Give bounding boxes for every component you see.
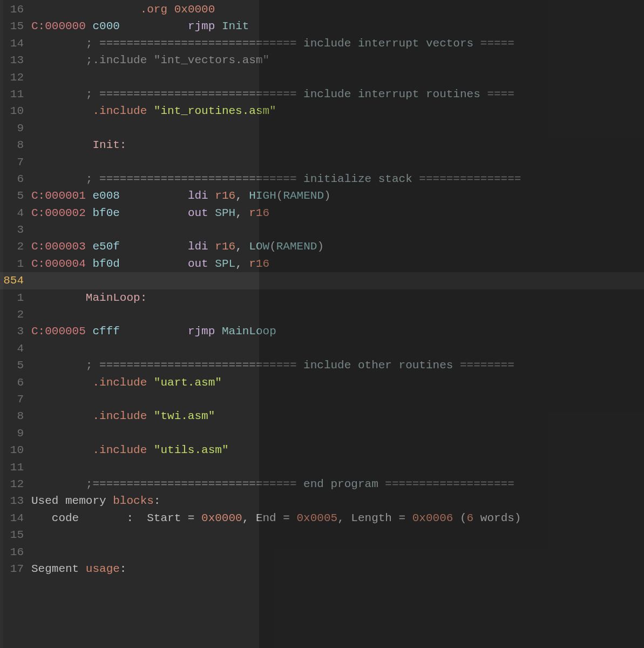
code-line[interactable]: 6 ; ============================= initia… <box>0 171 644 187</box>
code-content[interactable] <box>31 391 644 408</box>
token-plain <box>120 207 188 219</box>
code-content[interactable]: .org 0x0000 <box>31 1 644 18</box>
code-content[interactable] <box>31 221 644 238</box>
code-content[interactable] <box>31 340 644 357</box>
code-line[interactable]: 16 <box>0 544 644 561</box>
code-line[interactable]: 2C:000003 e50f ldi r16, LOW(RAMEND) <box>0 238 644 255</box>
code-content[interactable]: ; ============================= initiali… <box>31 171 644 187</box>
token-plain <box>208 190 215 202</box>
code-content[interactable]: ; ============================= include … <box>31 35 644 52</box>
code-content[interactable] <box>31 306 644 323</box>
line-number: 12 <box>0 476 31 492</box>
code-line[interactable]: 2 <box>0 306 644 323</box>
token-ident: SPH <box>215 207 235 219</box>
token-plain: : <box>154 495 161 507</box>
code-line[interactable]: 13Used memory blocks: <box>0 492 644 509</box>
token-plain <box>215 325 222 338</box>
code-line[interactable]: 14 code : Start = 0x0000, End = 0x0005, … <box>0 510 644 526</box>
code-content[interactable]: C:000005 cfff rjmp MainLoop <box>31 323 644 340</box>
token-str: "twi.asm" <box>154 410 215 422</box>
code-line[interactable]: 6 .include "uart.asm" <box>0 374 644 391</box>
code-content[interactable]: code : Start = 0x0000, End = 0x0005, Len… <box>31 510 644 526</box>
code-content[interactable] <box>31 425 644 442</box>
token-num: 0x0005 <box>297 512 338 524</box>
token-hex: bf0d <box>92 258 119 270</box>
code-line[interactable]: 17Segment usage: <box>0 561 644 577</box>
code-content[interactable]: ; ============================= include … <box>31 357 644 374</box>
token-plain <box>453 359 460 372</box>
code-editor[interactable]: 16 .org 0x000015C:000000 c000 rjmp Init1… <box>0 0 644 648</box>
code-line[interactable]: 14 ; ============================= inclu… <box>0 35 644 52</box>
code-line[interactable]: 12 <box>0 69 644 86</box>
code-content[interactable]: C:000004 bf0d out SPL, r16 <box>31 255 644 272</box>
token-plain <box>31 410 92 422</box>
code-line[interactable]: 1C:000004 bf0d out SPL, r16 <box>0 255 644 272</box>
code-line[interactable]: 16 .org 0x0000 <box>0 1 644 18</box>
code-content[interactable]: ;============================== end prog… <box>31 476 644 492</box>
code-line[interactable]: 10 .include "int_routines.asm" <box>0 103 644 119</box>
token-plain <box>86 207 93 219</box>
code-content[interactable] <box>31 120 644 137</box>
token-plain <box>120 190 188 202</box>
token-cmt: ; ============================= <box>86 173 297 185</box>
code-line[interactable]: 11 ; ============================= inclu… <box>0 86 644 103</box>
code-content[interactable] <box>31 526 644 543</box>
code-line[interactable]: 11 <box>0 459 644 476</box>
code-content[interactable]: C:000003 e50f ldi r16, LOW(RAMEND) <box>31 238 644 255</box>
token-addr: C:000003 <box>31 240 86 253</box>
code-line[interactable]: 3 <box>0 221 644 238</box>
token-plain <box>31 54 86 66</box>
code-line[interactable]: 7 <box>0 154 644 171</box>
token-mnem: out <box>188 258 208 270</box>
code-content[interactable]: Init: <box>31 137 644 153</box>
code-content[interactable] <box>31 459 644 476</box>
token-punct: ( <box>269 240 276 253</box>
code-line[interactable]: 1 MainLoop: <box>0 289 644 306</box>
line-number: 854 <box>0 272 31 289</box>
code-content[interactable]: C:000000 c000 rjmp Init <box>31 18 644 35</box>
token-cmttxt: end program <box>303 478 378 490</box>
code-content[interactable] <box>31 272 644 289</box>
code-content[interactable]: ;.include "int_vectors.asm" <box>31 52 644 69</box>
code-line[interactable]: 13 ;.include "int_vectors.asm" <box>0 52 644 69</box>
line-number: 1 <box>0 255 31 272</box>
code-content[interactable] <box>31 69 644 86</box>
code-content[interactable] <box>31 154 644 171</box>
line-number: 16 <box>0 1 31 18</box>
code-content[interactable]: .include "twi.asm" <box>31 408 644 424</box>
code-line[interactable]: 15 <box>0 526 644 543</box>
code-content[interactable] <box>31 544 644 561</box>
code-line[interactable]: 854 <box>0 272 644 289</box>
code-line[interactable]: 8 .include "twi.asm" <box>0 408 644 424</box>
code-line[interactable]: 5C:000001 e008 ldi r16, HIGH(RAMEND) <box>0 187 644 204</box>
code-line[interactable]: 8 Init: <box>0 137 644 153</box>
code-line[interactable]: 5 ; ============================= includ… <box>0 357 644 374</box>
token-cmt: ===== <box>480 37 514 50</box>
code-line[interactable]: 12 ;============================== end p… <box>0 476 644 492</box>
token-plain <box>31 359 86 372</box>
line-number: 11 <box>0 459 31 476</box>
code-content[interactable]: C:000001 e008 ldi r16, HIGH(RAMEND) <box>31 187 644 204</box>
token-hex: c000 <box>92 20 119 32</box>
code-content[interactable]: .include "int_routines.asm" <box>31 103 644 119</box>
token-plain: words) <box>473 512 521 524</box>
line-number: 3 <box>0 221 31 238</box>
line-number: 7 <box>0 154 31 171</box>
code-line[interactable]: 7 <box>0 391 644 408</box>
code-content[interactable]: C:000002 bf0e out SPH, r16 <box>31 205 644 221</box>
code-content[interactable]: .include "utils.asm" <box>31 442 644 458</box>
code-content[interactable]: ; ============================= include … <box>31 86 644 103</box>
code-line[interactable]: 4 <box>0 340 644 357</box>
code-line[interactable]: 9 <box>0 120 644 137</box>
code-content[interactable]: MainLoop: <box>31 289 644 306</box>
code-line[interactable]: 4C:000002 bf0e out SPH, r16 <box>0 205 644 221</box>
line-number: 2 <box>0 238 31 255</box>
code-content[interactable]: .include "uart.asm" <box>31 374 644 391</box>
code-line[interactable]: 3C:000005 cfff rjmp MainLoop <box>0 323 644 340</box>
code-line[interactable]: 15C:000000 c000 rjmp Init <box>0 18 644 35</box>
token-plain <box>120 258 188 270</box>
code-line[interactable]: 9 <box>0 425 644 442</box>
code-content[interactable]: Segment usage: <box>31 561 644 577</box>
code-line[interactable]: 10 .include "utils.asm" <box>0 442 644 458</box>
code-content[interactable]: Used memory blocks: <box>31 492 644 509</box>
